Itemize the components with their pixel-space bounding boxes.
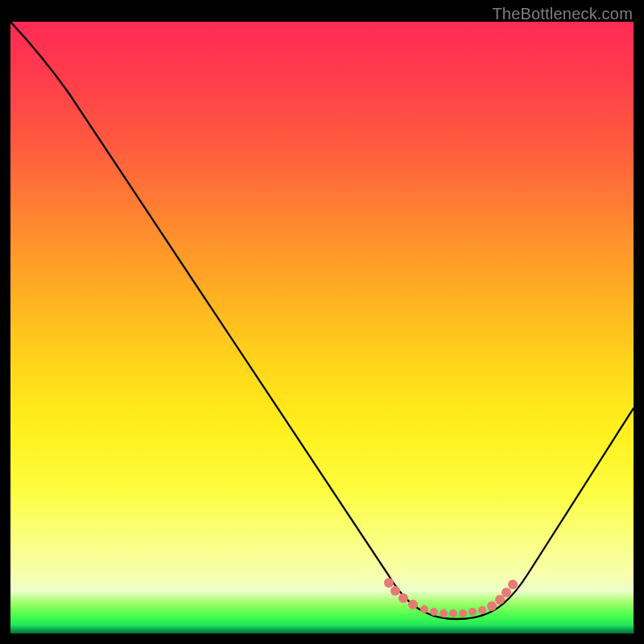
svg-point-9 bbox=[469, 608, 477, 616]
svg-point-10 bbox=[478, 606, 486, 614]
svg-point-14 bbox=[508, 580, 518, 589]
svg-point-13 bbox=[502, 588, 511, 597]
plot-area bbox=[10, 22, 634, 634]
bottleneck-curve-path bbox=[10, 22, 634, 619]
chart-frame: TheBottleneck.com bbox=[0, 0, 644, 644]
highlight-dots bbox=[384, 578, 518, 617]
svg-point-12 bbox=[495, 595, 505, 605]
svg-point-0 bbox=[384, 578, 394, 588]
svg-point-11 bbox=[487, 601, 497, 611]
svg-point-2 bbox=[398, 593, 408, 603]
svg-point-4 bbox=[420, 605, 428, 613]
svg-point-8 bbox=[459, 609, 467, 617]
svg-point-5 bbox=[430, 608, 438, 616]
svg-point-3 bbox=[408, 600, 418, 609]
curve-layer bbox=[10, 22, 634, 634]
svg-point-1 bbox=[390, 586, 400, 596]
svg-point-7 bbox=[449, 609, 457, 617]
svg-point-6 bbox=[440, 609, 448, 617]
watermark-text: TheBottleneck.com bbox=[492, 5, 633, 23]
